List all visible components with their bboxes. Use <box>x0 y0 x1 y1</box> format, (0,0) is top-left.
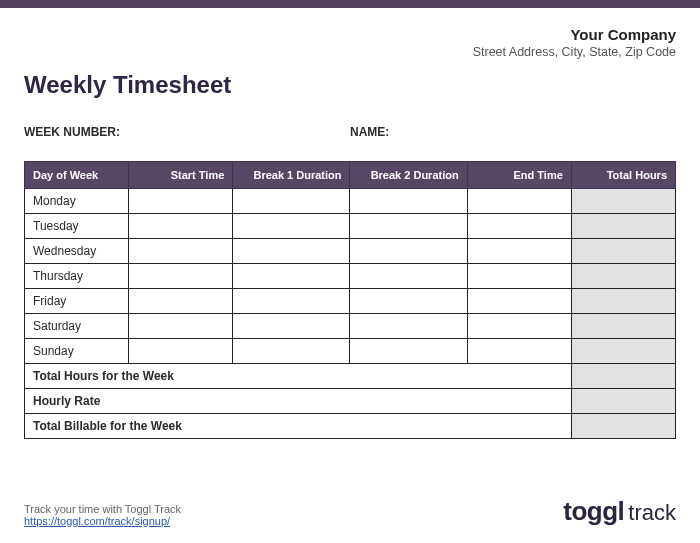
name-label: NAME: <box>350 125 389 139</box>
cell-start <box>129 314 233 339</box>
table-row: Monday <box>25 189 676 214</box>
summary-total-billable-value <box>571 414 675 439</box>
col-start: Start Time <box>129 162 233 189</box>
summary-hourly-rate-value <box>571 389 675 414</box>
cell-break1 <box>233 339 350 364</box>
summary-total-hours-label: Total Hours for the Week <box>25 364 572 389</box>
cell-break1 <box>233 189 350 214</box>
col-total: Total Hours <box>571 162 675 189</box>
cell-start <box>129 189 233 214</box>
cell-end <box>467 214 571 239</box>
cell-day: Wednesday <box>25 239 129 264</box>
cell-end <box>467 264 571 289</box>
cell-break1 <box>233 289 350 314</box>
company-block: Your Company Street Address, City, State… <box>24 26 676 59</box>
summary-total-hours-value <box>571 364 675 389</box>
cell-day: Thursday <box>25 264 129 289</box>
summary-hourly-rate-label: Hourly Rate <box>25 389 572 414</box>
top-accent-bar <box>0 0 700 8</box>
footer-link[interactable]: https://toggl.com/track/signup/ <box>24 515 170 527</box>
cell-start <box>129 264 233 289</box>
cell-break2 <box>350 189 467 214</box>
page-title: Weekly Timesheet <box>24 71 676 99</box>
cell-total <box>571 339 675 364</box>
col-break1: Break 1 Duration <box>233 162 350 189</box>
cell-end <box>467 339 571 364</box>
cell-start <box>129 214 233 239</box>
cell-day: Monday <box>25 189 129 214</box>
cell-end <box>467 189 571 214</box>
logo-bold: toggl <box>563 496 624 527</box>
toggl-logo: toggl track <box>563 496 676 527</box>
cell-total <box>571 314 675 339</box>
cell-start <box>129 239 233 264</box>
cell-total <box>571 289 675 314</box>
cell-break2 <box>350 214 467 239</box>
summary-total-billable-label: Total Billable for the Week <box>25 414 572 439</box>
cell-day: Friday <box>25 289 129 314</box>
cell-break2 <box>350 264 467 289</box>
col-day: Day of Week <box>25 162 129 189</box>
cell-day: Saturday <box>25 314 129 339</box>
cell-day: Tuesday <box>25 214 129 239</box>
col-break2: Break 2 Duration <box>350 162 467 189</box>
table-row: Friday <box>25 289 676 314</box>
cell-end <box>467 239 571 264</box>
table-row: Wednesday <box>25 239 676 264</box>
footer-note: Track your time with Toggl Track <box>24 503 181 515</box>
logo-light: track <box>628 500 676 526</box>
cell-total <box>571 239 675 264</box>
cell-break1 <box>233 239 350 264</box>
cell-total <box>571 264 675 289</box>
cell-total <box>571 189 675 214</box>
cell-break1 <box>233 264 350 289</box>
week-number-label: WEEK NUMBER: <box>24 125 120 139</box>
table-row: Tuesday <box>25 214 676 239</box>
table-row: Saturday <box>25 314 676 339</box>
cell-total <box>571 214 675 239</box>
cell-break2 <box>350 239 467 264</box>
col-end: End Time <box>467 162 571 189</box>
footer-left: Track your time with Toggl Track https:/… <box>24 503 181 527</box>
table-row: Thursday <box>25 264 676 289</box>
company-address: Street Address, City, State, Zip Code <box>24 45 676 59</box>
cell-break2 <box>350 314 467 339</box>
cell-break1 <box>233 214 350 239</box>
cell-start <box>129 339 233 364</box>
cell-day: Sunday <box>25 339 129 364</box>
cell-break2 <box>350 339 467 364</box>
cell-break2 <box>350 289 467 314</box>
cell-end <box>467 314 571 339</box>
cell-break1 <box>233 314 350 339</box>
company-name: Your Company <box>24 26 676 43</box>
meta-row: WEEK NUMBER: NAME: <box>24 125 676 139</box>
cell-end <box>467 289 571 314</box>
table-row: Sunday <box>25 339 676 364</box>
timesheet-table: Day of Week Start Time Break 1 Duration … <box>24 161 676 439</box>
cell-start <box>129 289 233 314</box>
